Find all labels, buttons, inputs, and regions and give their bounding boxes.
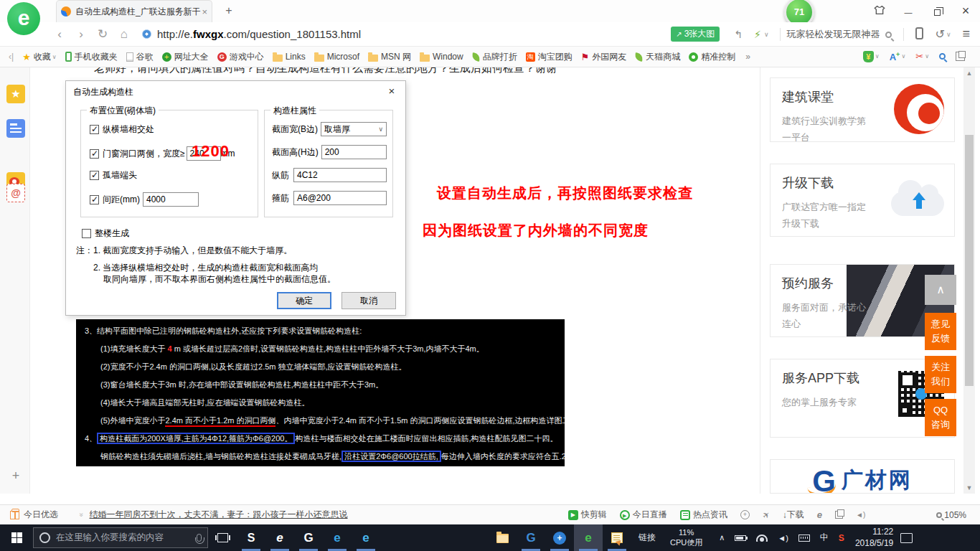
history-button[interactable] — [740, 510, 750, 519]
bookmarks-overflow-icon[interactable]: » — [745, 52, 750, 62]
section-height-input[interactable]: 200 — [321, 145, 387, 159]
forward-icon[interactable] — [70, 27, 92, 42]
taskbar-app-blue-tool[interactable] — [545, 524, 574, 551]
touch-keyboard-tray-icon[interactable] — [798, 534, 810, 542]
follow-us-button[interactable]: 关注我们 — [925, 356, 956, 393]
translate-button[interactable] — [890, 51, 906, 62]
wifi-tray-icon[interactable] — [756, 534, 768, 542]
minimize-button[interactable] — [894, 0, 923, 22]
mute-button[interactable] — [856, 511, 865, 519]
refresh-icon[interactable] — [92, 27, 113, 42]
download-button[interactable]: 下载 — [783, 509, 804, 521]
bookmark-brand-deals[interactable]: 品牌打折 — [472, 51, 517, 63]
bookmark-windows-folder[interactable]: Window — [420, 52, 463, 62]
accelerate-caret-icon[interactable] — [764, 31, 769, 38]
checkbox-unchecked-icon[interactable] — [82, 229, 91, 238]
taskbar-app-browser-white[interactable]: e — [265, 524, 294, 551]
sogou-ime-icon[interactable]: S — [839, 533, 844, 543]
browser-logo-icon[interactable]: e — [7, 2, 40, 35]
apps-button[interactable] — [956, 52, 965, 61]
skin-button[interactable] — [865, 0, 894, 22]
bookmark-msn-folder[interactable]: MSN 网 — [368, 51, 411, 63]
taskbar-app-browser-green[interactable]: e — [574, 524, 603, 551]
ad-card-gcw[interactable]: G 广材网 e-www.gldjc.com — [770, 459, 955, 494]
hot-news-button[interactable]: 热点资讯 — [680, 509, 727, 521]
checkbox-row-spacing[interactable]: 间距(mm) 4000 — [90, 192, 199, 207]
add-tool-button[interactable] — [6, 466, 25, 485]
daily-picks-label[interactable]: 今日优选 — [24, 509, 58, 521]
reopen-caret-icon[interactable] — [946, 31, 951, 38]
accelerate-icon[interactable] — [754, 29, 761, 40]
scroll-down-icon[interactable] — [963, 482, 975, 494]
zoom-control[interactable]: 105% — [936, 510, 966, 520]
links-toolbar-label[interactable]: 链接 — [639, 532, 656, 544]
browser-mode-button[interactable] — [817, 509, 822, 520]
taskbar-search-box[interactable]: 在这里输入你要搜索的内容 — [33, 527, 208, 548]
find-button[interactable] — [939, 53, 946, 60]
taskbar-app-notes[interactable] — [603, 524, 631, 551]
checkbox-row-openings[interactable]: 门窗洞口两侧，宽度≥ 240 mm 1200 — [90, 146, 235, 161]
window-mode-button[interactable] — [835, 511, 843, 519]
checkbox-checked-icon[interactable] — [90, 149, 99, 159]
checkbox-checked-icon[interactable] — [90, 125, 99, 134]
menu-icon[interactable] — [962, 27, 970, 42]
battery-tray-icon[interactable] — [735, 535, 746, 541]
dialog-close-icon[interactable] — [384, 84, 400, 98]
collapse-bookmarks-icon[interactable] — [9, 52, 14, 62]
bookmark-microsoft-folder[interactable]: Microsof — [314, 52, 359, 62]
money-shield-button[interactable] — [863, 51, 880, 62]
checkbox-row-isolated-wall[interactable]: 孤墙端头 — [90, 169, 137, 182]
bookmark-tmall[interactable]: 天猫商城 — [635, 51, 680, 63]
tab-close-icon[interactable] — [202, 6, 207, 17]
home-icon[interactable] — [113, 27, 135, 42]
bookmark-links-folder[interactable]: Links — [273, 52, 306, 62]
bookmark-phone-favorites[interactable]: 手机收藏夹 — [65, 51, 118, 63]
bookmark-site-nav[interactable]: 网址大全 — [162, 51, 209, 63]
mail-button[interactable] — [6, 184, 25, 202]
ok-button[interactable]: 确定 — [277, 292, 331, 309]
back-icon[interactable] — [49, 27, 70, 42]
spacing-input[interactable]: 4000 — [143, 192, 199, 207]
scroll-up-icon[interactable] — [963, 67, 975, 79]
bookmark-google[interactable]: 谷歌 — [126, 51, 154, 63]
taskbar-clock[interactable]: 11:22 2018/5/19 — [855, 527, 893, 549]
checkbox-checked-icon[interactable] — [90, 171, 99, 180]
taskbar-file-explorer[interactable] — [488, 524, 517, 551]
search-suggest-text[interactable]: 玩家轻松发现无限神器 — [786, 28, 880, 41]
cpu-usage-widget[interactable]: 11% CPU使用 — [670, 528, 702, 548]
site-shield-icon[interactable] — [142, 29, 151, 39]
share-icon[interactable] — [734, 29, 743, 40]
vertical-scrollbar[interactable] — [963, 67, 975, 494]
search-button[interactable] — [885, 29, 892, 40]
checkbox-row-whole-building[interactable]: 整楼生成 — [82, 227, 129, 240]
taskbar-app-edge[interactable]: e — [323, 524, 352, 551]
scrollbar-thumb[interactable] — [965, 135, 974, 386]
taskbar-app-ie[interactable]: e — [352, 524, 380, 551]
qq-consult-button[interactable]: QQ咨询 — [925, 399, 956, 436]
big-image-button[interactable]: 3张大图 — [671, 27, 720, 42]
longitudinal-rebar-input[interactable]: 4C12 — [293, 168, 387, 182]
bookmark-game-center[interactable]: 游戏中心 — [217, 51, 264, 63]
bookmark-taobao[interactable]: 淘宝团购 — [526, 51, 573, 63]
stirrup-input[interactable]: A6@200 — [293, 191, 387, 205]
restore-button[interactable] — [923, 0, 951, 22]
start-button[interactable] — [0, 524, 33, 551]
taskbar-app-pinwheel[interactable]: S — [237, 524, 265, 551]
news-feed-button[interactable] — [6, 119, 25, 138]
ime-indicator[interactable]: 中 — [820, 532, 829, 544]
url-field[interactable]: http://e.fwxgx.com/question_1801153.html — [142, 28, 671, 40]
task-view-button[interactable] — [208, 524, 237, 551]
boss-key-button[interactable] — [763, 510, 770, 520]
taskbar-app-g-spiral[interactable]: G — [294, 524, 323, 551]
volume-tray-icon[interactable] — [778, 534, 788, 542]
url-text[interactable]: http://e.fwxgx.com/question_1801153.html — [157, 28, 361, 40]
live-today-button[interactable]: 今日直播 — [620, 509, 667, 521]
section-width-select[interactable]: 取墙厚 — [321, 122, 387, 136]
close-button[interactable] — [951, 0, 980, 22]
back-to-top-button[interactable] — [925, 275, 956, 305]
quick-edit-button[interactable]: 快剪辑 — [568, 509, 607, 521]
action-center-icon[interactable] — [900, 533, 913, 543]
send-to-phone-button[interactable] — [915, 27, 923, 42]
new-tab-button[interactable] — [220, 3, 238, 19]
favorite-page-button[interactable] — [6, 85, 25, 103]
